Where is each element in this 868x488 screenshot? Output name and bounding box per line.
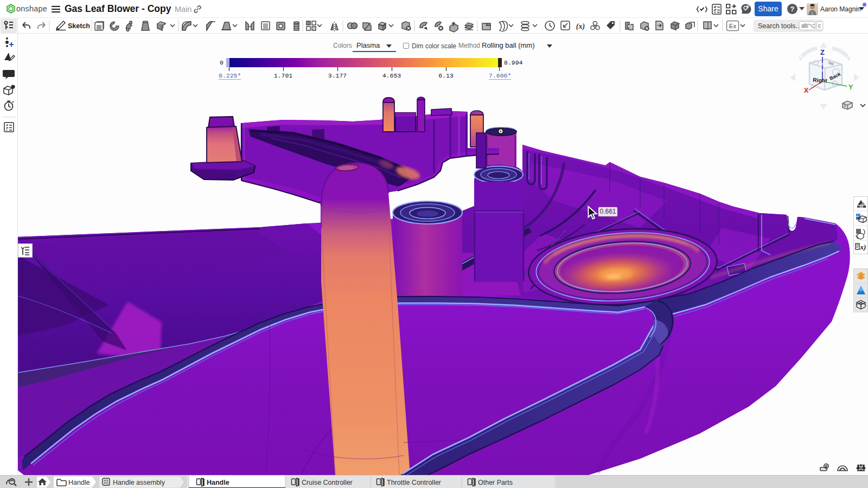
svg-text:alt/⌥: alt/⌥ <box>801 23 815 29</box>
svg-text:Cruise Controller: Cruise Controller <box>302 479 353 486</box>
svg-text:Sketch: Sketch <box>68 22 90 30</box>
svg-text:?: ? <box>790 5 795 13</box>
svg-text:Handle: Handle <box>207 479 229 486</box>
svg-text:Z: Z <box>820 48 825 56</box>
svg-text:Throttle Controller: Throttle Controller <box>387 479 441 486</box>
svg-text:Ex: Ex <box>729 23 736 29</box>
svg-text:Y: Y <box>848 83 853 91</box>
svg-text:Handle: Handle <box>68 479 90 486</box>
svg-text:Handle assembly: Handle assembly <box>113 479 165 486</box>
svg-text:Search tools...: Search tools... <box>758 22 801 30</box>
svg-text:(x): (x) <box>576 22 585 31</box>
svg-text:X: X <box>804 86 809 94</box>
svg-text:Other Parts: Other Parts <box>478 479 513 486</box>
svg-text:x): x) <box>860 243 866 251</box>
svg-text:c: c <box>818 23 821 29</box>
